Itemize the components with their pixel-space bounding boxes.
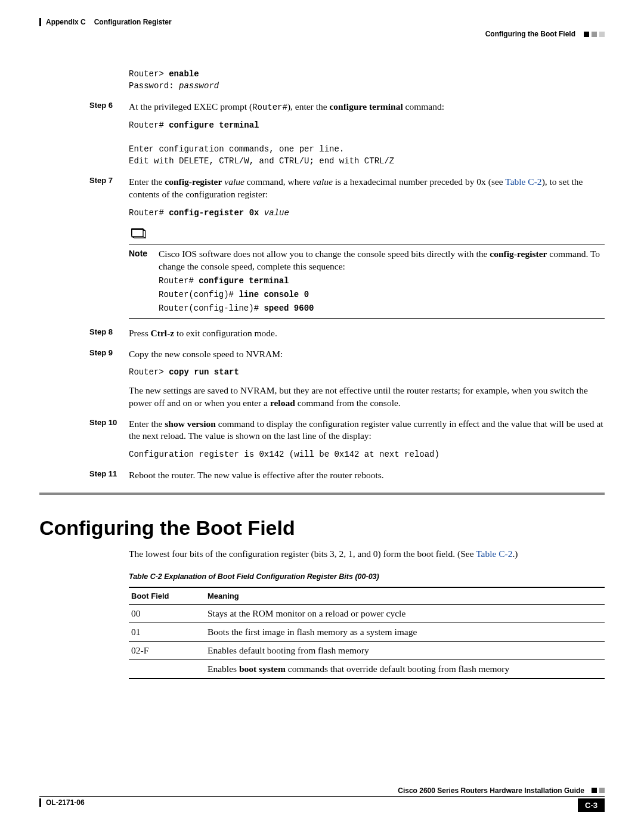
square-icon (599, 788, 605, 793)
step-label: Step 11 (89, 469, 129, 482)
table-link[interactable]: Table C-2 (505, 176, 541, 187)
section-heading: Configuring the Boot Field (39, 516, 605, 540)
step-body: Reboot the router. The new value is effe… (129, 469, 605, 482)
table-row: 00 Stays at the ROM monitor on a reload … (129, 604, 605, 623)
step-body: Enter the show version command to displa… (129, 418, 605, 461)
table-header: Boot Field (129, 587, 205, 605)
square-icon (592, 788, 597, 793)
step-body: Enter the config-register value command,… (129, 176, 605, 319)
step-body: Press Ctrl-z to exit configuration mode. (129, 327, 605, 340)
header-chapter: Configuration Register (94, 18, 172, 26)
step-label: Step 6 (89, 101, 129, 168)
footer-guide: Cisco 2600 Series Routers Hardware Insta… (398, 786, 584, 795)
step-label: Step 10 (89, 418, 129, 461)
code-block: Router> enable Password: password (129, 68, 605, 92)
note-label: Note (129, 248, 159, 315)
square-icon (592, 32, 597, 37)
table-row: 01 Boots the first image in flash memory… (129, 623, 605, 641)
step-label: Step 8 (89, 327, 129, 340)
step-label: Step 9 (89, 348, 129, 410)
step-body: At the privileged EXEC prompt (Router#),… (129, 101, 605, 168)
page-number: C-3 (578, 798, 605, 812)
step-label: Step 7 (89, 176, 129, 319)
page-header: Appendix C Configuration Register Config… (39, 18, 605, 38)
header-appendix: Appendix C (46, 18, 86, 26)
divider (39, 493, 605, 495)
square-icon (584, 32, 589, 37)
step-body: Copy the new console speed to NVRAM: Rou… (129, 348, 605, 410)
footer-doc: OL-2171-06 (46, 798, 85, 807)
table-row: Enables boot system commands that overri… (129, 659, 605, 679)
table-header: Meaning (205, 587, 605, 605)
intro-paragraph: The lowest four bits of the configuratio… (129, 548, 605, 561)
note-block: Note Cisco IOS software does not allow y… (129, 244, 605, 319)
header-section: Configuring the Boot Field (485, 30, 575, 38)
table-row: 02-F Enables default booting from flash … (129, 641, 605, 659)
boot-field-table: Boot Field Meaning 00 Stays at the ROM m… (129, 587, 605, 679)
page-footer: Cisco 2600 Series Routers Hardware Insta… (39, 786, 605, 812)
note-icon (129, 227, 605, 240)
table-caption: Table C-2 Explanation of Boot Field Conf… (129, 572, 605, 581)
square-icon (599, 32, 605, 37)
table-link[interactable]: Table C-2 (476, 549, 512, 559)
